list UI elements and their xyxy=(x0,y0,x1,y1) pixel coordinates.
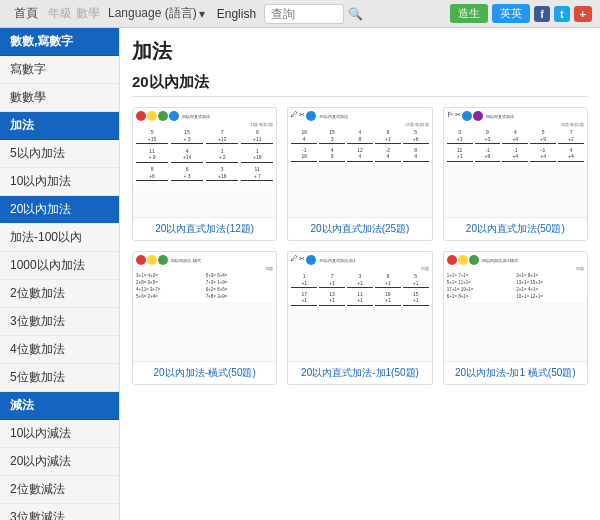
eq6-3: 5+1= 11+1= xyxy=(447,280,515,285)
math-cell: 4+4 xyxy=(502,129,528,145)
eq8: 7+8= 3+9= xyxy=(206,294,274,299)
chevron-down-icon: ▾ xyxy=(199,7,205,21)
sidebar-item-sub-20[interactable]: 20以內減法 xyxy=(0,448,119,476)
icon-green-4 xyxy=(158,255,168,265)
math-cell: -1+4 xyxy=(502,147,528,163)
icon-pen-3: ✂ xyxy=(455,111,461,121)
math-cell: 5+15 xyxy=(136,129,168,145)
math-grid-2: 16 4 15 3 4 8 9+1 5+6 -116 4 9 12 4 -2 4… xyxy=(291,129,428,162)
sidebar-item-sub-3digit[interactable]: 3位數減法 xyxy=(0,504,119,520)
worksheet-preview-6: 20以內加法-加1橫式 50題 1+1= 7+1= 3+1= 9+1= 5+1=… xyxy=(444,252,587,362)
plus-button[interactable]: + xyxy=(574,6,592,22)
worksheet-preview-3: 🏳 ✂ 20以內直式加法 50題 每頁1題 3+1 9+3 4+4 xyxy=(444,108,587,218)
ws-title-1: 20以內直式加法 xyxy=(182,114,210,119)
math-cell: 19+1 xyxy=(375,291,401,307)
math-cell: 15+1 xyxy=(403,291,429,307)
icon-blue-1 xyxy=(169,111,179,121)
math-cell: 9+1 xyxy=(375,273,401,289)
sidebar-item-sub-10[interactable]: 10以內減法 xyxy=(0,420,119,448)
eq6-1: 1+1= 7+1= xyxy=(447,273,515,278)
worksheet-card-6[interactable]: 20以內加法-加1橫式 50題 1+1= 7+1= 3+1= 9+1= 5+1=… xyxy=(443,251,588,385)
worksheet-label-3: 20以內直式加法(50題) xyxy=(444,218,587,240)
icon-blue-5 xyxy=(306,255,316,265)
math-cell: 3+1 xyxy=(347,273,373,289)
sidebar-item-add-100[interactable]: 加法-100以內 xyxy=(0,224,119,252)
main-layout: 數數,寫數字 寫數字 數數學 加法 5以內加法 10以內加法 20以內加法 加法… xyxy=(0,28,600,520)
math-cell: 17+1 xyxy=(291,291,317,307)
worksheet-label-5: 20以內直式加法-加1(50題) xyxy=(288,362,431,384)
sidebar-item-add-10[interactable]: 10以內加法 xyxy=(0,168,119,196)
sidebar: 數數,寫數字 寫數字 數數學 加法 5以內加法 10以內加法 20以內加法 加法… xyxy=(0,28,120,520)
sidebar-category-subtraction[interactable]: 減法 xyxy=(0,392,119,420)
nav-divider1: 年級 xyxy=(48,5,72,22)
sidebar-item-add-5digit[interactable]: 5位數加法 xyxy=(0,364,119,392)
content-area: 加法 20以內加法 20以內直式加法 xyxy=(120,28,600,520)
eq6-5: 17+1= 19+1= xyxy=(447,287,515,292)
search-input[interactable] xyxy=(264,4,344,24)
worksheet-card-5[interactable]: 🖊 ✂ 20以內直式加法-加1 50題 1+1 7+1 3+1 9+1 xyxy=(287,251,432,385)
nav-divider2: 數學 xyxy=(76,5,100,22)
sidebar-item-add-4digit[interactable]: 4位數加法 xyxy=(0,336,119,364)
math-grid-6: 1+1= 7+1= 3+1= 9+1= 5+1= 11+1= 13+1= 15+… xyxy=(447,273,584,299)
icon-pen-2: ✂ xyxy=(299,111,305,121)
math-grid-3: 3+1 9+3 4+4 5+9 7+2 11+1 -1+9 -1+4 -1+4 … xyxy=(447,129,584,162)
twitter-button[interactable]: t xyxy=(554,6,570,22)
math-cell: 9+3 xyxy=(475,129,501,145)
top-navigation: 首頁 年級 數學 Language (語言) ▾ English 🔍 造生 英英… xyxy=(0,0,600,28)
ws-subtitle-2: 25題 每頁1題 xyxy=(291,123,428,127)
sidebar-item-add-1000[interactable]: 1000以內加法 xyxy=(0,252,119,280)
ws-subtitle-1: 12題 每頁1題 xyxy=(136,123,273,127)
sidebar-item-add-3digit[interactable]: 3位數加法 xyxy=(0,308,119,336)
sidebar-item-add-2digit[interactable]: 2位數加法 xyxy=(0,280,119,308)
icon-pen-5: ✂ xyxy=(299,255,305,265)
language-selector[interactable]: Language (語言) ▾ xyxy=(104,3,209,24)
sidebar-category-numbers[interactable]: 數數,寫數字 xyxy=(0,28,119,56)
math-cell: -2 4 xyxy=(375,147,401,163)
math-cell: 11+ 7 xyxy=(241,166,273,182)
sidebar-item-write-numbers[interactable]: 寫數字 xyxy=(0,56,119,84)
icon-green-6 xyxy=(469,255,479,265)
icon-red-6 xyxy=(447,255,457,265)
search-icon[interactable]: 🔍 xyxy=(348,7,363,21)
ws-subtitle-4: 50題 xyxy=(136,267,273,271)
page-title: 加法 xyxy=(132,38,588,65)
ws-title-4: 20以內加法-橫式 xyxy=(171,258,201,263)
math-cell: 9+1 xyxy=(375,129,401,145)
math-cell: 3+1 xyxy=(447,129,473,145)
sidebar-item-count[interactable]: 數數學 xyxy=(0,84,119,112)
english-label: English xyxy=(213,5,260,23)
nav-home[interactable]: 首頁 xyxy=(8,3,44,24)
icon-yellow-1 xyxy=(147,111,157,121)
math-cell: 13+1 xyxy=(319,291,345,307)
language-label: Language (語言) xyxy=(108,5,197,22)
math-cell: 1+ 2 xyxy=(206,148,238,164)
sidebar-item-add-20[interactable]: 20以內加法 xyxy=(0,196,119,224)
eq6-6: 2+1= 4+1= xyxy=(516,287,584,292)
green-button[interactable]: 造生 xyxy=(450,4,488,23)
sidebar-category-addition[interactable]: 加法 xyxy=(0,112,119,140)
facebook-button[interactable]: f xyxy=(534,6,550,22)
worksheet-preview-4: 20以內加法-橫式 50題 3+1= 4+2= 5+3= 6+4= 2+8= 9… xyxy=(133,252,276,362)
math-cell: 15+ 3 xyxy=(171,129,203,145)
math-grid-1: 5+15 15+ 3 7+12 6+11 11+ 9 4+14 1+ 2 1+1… xyxy=(136,129,273,182)
math-grid-4: 3+1= 4+2= 5+3= 6+4= 2+8= 9+5= 7+3= 1+9= … xyxy=(136,273,273,299)
eq1: 3+1= 4+2= xyxy=(136,273,204,278)
sidebar-item-sub-2digit[interactable]: 2位數減法 xyxy=(0,476,119,504)
sidebar-item-add-5[interactable]: 5以內加法 xyxy=(0,140,119,168)
worksheet-label-2: 20以內直式加法(25題) xyxy=(288,218,431,240)
math-cell: 7+1 xyxy=(319,273,345,289)
eq5: 4+11= 3+7= xyxy=(136,287,204,292)
eq2: 5+3= 6+4= xyxy=(206,273,274,278)
math-cell: 1+19 xyxy=(241,148,273,164)
eq3: 2+8= 9+5= xyxy=(136,280,204,285)
worksheet-label-6: 20以內加法-加1 橫式(50題) xyxy=(444,362,587,384)
worksheet-card-4[interactable]: 20以內加法-橫式 50題 3+1= 4+2= 5+3= 6+4= 2+8= 9… xyxy=(132,251,277,385)
worksheet-preview-1: 20以內直式加法 12題 每頁1題 5+15 15+ 3 7+12 6+11 1… xyxy=(133,108,276,218)
worksheet-label-4: 20以內加法-橫式(50題) xyxy=(133,362,276,384)
worksheet-card-1[interactable]: 20以內直式加法 12題 每頁1題 5+15 15+ 3 7+12 6+11 1… xyxy=(132,107,277,241)
blue-button[interactable]: 英英 xyxy=(492,4,530,23)
eq6-2: 3+1= 9+1= xyxy=(516,273,584,278)
worksheet-card-3[interactable]: 🏳 ✂ 20以內直式加法 50題 每頁1題 3+1 9+3 4+4 xyxy=(443,107,588,241)
worksheet-card-2[interactable]: 🖊 ✂ 20以內直式加法 25題 每頁1題 16 4 15 3 4 8 9+1 xyxy=(287,107,432,241)
section-title: 20以內加法 xyxy=(132,73,588,97)
